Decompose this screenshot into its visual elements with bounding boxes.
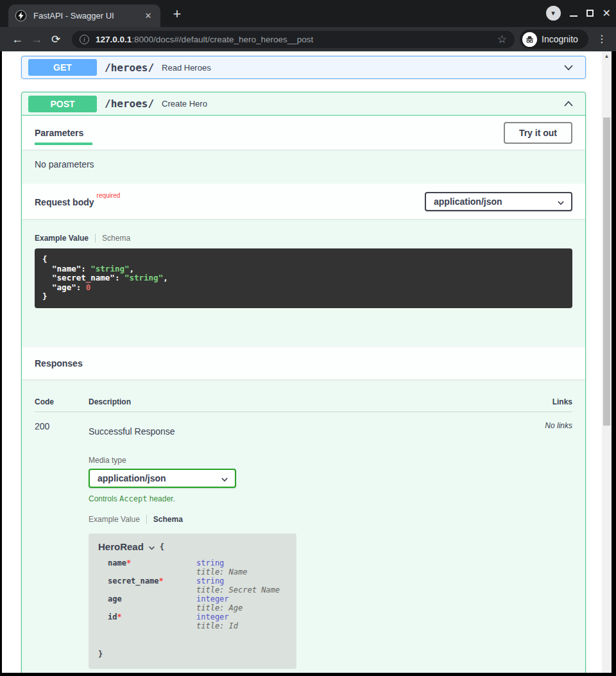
get-endpoint-summary: Read Heroes bbox=[162, 63, 562, 73]
model-property: name* string title: Name bbox=[98, 559, 287, 576]
swagger-page: GET /heroes/ Read Heroes POST /heroes/ C… bbox=[2, 51, 602, 673]
window-menu-icon[interactable]: ▾ bbox=[546, 6, 561, 21]
model-heroread: HeroRead { name* string bbox=[89, 533, 296, 669]
bookmark-star-icon[interactable]: ☆ bbox=[497, 33, 507, 46]
forward-icon[interactable]: → bbox=[27, 33, 46, 46]
minimize-icon[interactable] bbox=[570, 15, 578, 17]
page-scrollbar[interactable]: ▲ bbox=[602, 51, 612, 673]
request-example-tabs: Example Value Schema bbox=[35, 234, 572, 243]
request-body-label: Request bodyrequired bbox=[35, 196, 120, 207]
new-tab-button[interactable]: + bbox=[168, 6, 186, 24]
tab-schema[interactable]: Schema bbox=[102, 234, 130, 243]
tab-example-value[interactable]: Example Value bbox=[35, 234, 89, 243]
model-close-brace: } bbox=[98, 650, 287, 659]
site-info-icon[interactable]: i bbox=[80, 35, 89, 44]
header-description: Description bbox=[89, 397, 527, 406]
reload-icon[interactable]: ⟳ bbox=[46, 33, 65, 46]
responses-table-header: Code Description Links bbox=[35, 397, 572, 412]
request-content-type-select[interactable]: application/json bbox=[425, 192, 572, 211]
response-links: No links bbox=[527, 421, 572, 669]
model-toggle-chevron-icon[interactable] bbox=[148, 544, 156, 552]
back-icon[interactable]: ← bbox=[8, 33, 27, 46]
url-path: :8000/docs#/default/create_hero_heroes__… bbox=[132, 35, 313, 44]
required-star: * bbox=[117, 612, 121, 621]
model-property: age integer title: Age bbox=[98, 594, 287, 612]
chevron-down-icon bbox=[556, 198, 565, 207]
header-links: Links bbox=[527, 397, 572, 406]
post-method-badge: POST bbox=[28, 96, 97, 112]
url-host: 127.0.0.1 bbox=[96, 35, 132, 44]
model-open-brace: { bbox=[160, 542, 164, 551]
media-type-label: Media type bbox=[89, 456, 527, 465]
address-bar[interactable]: i 127.0.0.1:8000/docs#/default/create_he… bbox=[72, 31, 515, 48]
required-star: * bbox=[126, 559, 131, 568]
fastapi-favicon-icon bbox=[15, 10, 27, 22]
model-property: secret_name* string title: Secret Name bbox=[98, 576, 287, 594]
response-description: Successful Response bbox=[89, 426, 527, 437]
tab-example-value[interactable]: Example Value bbox=[89, 515, 140, 524]
response-row-422: 422 Validation Error No links bbox=[35, 669, 572, 673]
browser-tab[interactable]: FastAPI - Swagger UI ✕ bbox=[8, 4, 160, 27]
responses-title: Responses bbox=[35, 358, 83, 368]
response-media-type-select[interactable]: application/json bbox=[89, 469, 236, 488]
header-code: Code bbox=[35, 397, 89, 406]
menu-kebab-icon[interactable]: ⋮ bbox=[595, 29, 608, 49]
opblock-get-heroes[interactable]: GET /heroes/ Read Heroes bbox=[21, 56, 586, 79]
chevron-up-icon[interactable] bbox=[562, 98, 575, 110]
required-star: * bbox=[158, 576, 163, 585]
post-endpoint-summary: Create Hero bbox=[162, 99, 562, 108]
get-method-badge: GET bbox=[28, 59, 97, 76]
model-property: id* integer title: Id bbox=[98, 612, 287, 630]
accept-header-note: Controls Accept header. bbox=[89, 494, 527, 503]
incognito-icon bbox=[522, 32, 537, 47]
request-example-code: { "name": "string", "secret_name": "stri… bbox=[35, 248, 572, 308]
tab-title: FastAPI - Swagger UI bbox=[33, 11, 142, 21]
chevron-down-icon[interactable] bbox=[562, 61, 575, 74]
tab-divider bbox=[95, 234, 96, 243]
scroll-up-arrow-icon[interactable]: ▲ bbox=[602, 53, 612, 59]
incognito-badge: Incognito bbox=[520, 30, 588, 49]
post-summary-bar[interactable]: POST /heroes/ Create Hero bbox=[22, 92, 585, 116]
scrollbar-thumb[interactable] bbox=[603, 117, 610, 426]
incognito-label: Incognito bbox=[542, 34, 578, 44]
response-schema-tabs: Example Value Schema bbox=[89, 515, 527, 524]
response-row-200: 200 Successful Response Media type appli… bbox=[35, 412, 572, 669]
maximize-icon[interactable] bbox=[586, 10, 594, 17]
parameters-tab: Parameters bbox=[35, 128, 83, 138]
tab-strip: FastAPI - Swagger UI ✕ + ▾ ✕ bbox=[0, 0, 616, 27]
close-window-icon[interactable]: ✕ bbox=[603, 6, 611, 21]
get-endpoint-path: /heroes/ bbox=[105, 62, 154, 74]
no-parameters-text: No parameters bbox=[22, 150, 585, 184]
chevron-down-icon bbox=[220, 475, 229, 484]
required-badge: required bbox=[97, 192, 121, 199]
response-code: 200 bbox=[35, 421, 89, 669]
tab-divider bbox=[146, 515, 147, 524]
url-text[interactable]: 127.0.0.1:8000/docs#/default/create_hero… bbox=[96, 35, 492, 44]
post-endpoint-path: /heroes/ bbox=[105, 98, 154, 110]
model-name: HeroRead bbox=[98, 542, 144, 551]
browser-toolbar: ← → ⟳ i 127.0.0.1:8000/docs#/default/cre… bbox=[0, 27, 616, 51]
tab-close-icon[interactable]: ✕ bbox=[142, 10, 154, 22]
opblock-post-heroes: POST /heroes/ Create Hero Parameters Try… bbox=[21, 92, 586, 673]
try-it-out-button[interactable]: Try it out bbox=[504, 122, 572, 144]
tab-schema[interactable]: Schema bbox=[153, 515, 183, 524]
